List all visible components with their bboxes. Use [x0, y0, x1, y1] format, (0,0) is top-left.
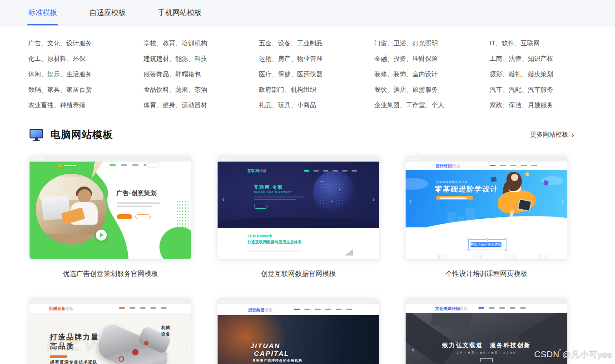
mini-logo-text	[64, 165, 76, 166]
template-cards-row-2: 机械设备模板 DEVICE 打造品牌力量 高品质 拥有资深专	[30, 298, 615, 364]
category-link[interactable]: 家政、保洁、月嫂服务	[490, 100, 605, 110]
browser-chrome-bar	[218, 156, 379, 162]
preview-header: 设计培训模板	[406, 161, 567, 170]
template-item-ad-agency: 广告·创意策划 优选广告创意策划服务官网模板	[30, 156, 191, 278]
particle-globe	[313, 171, 356, 213]
footer-title: TEM Network	[248, 234, 379, 238]
preview-header: 机械设备模板	[30, 303, 191, 313]
category-link[interactable]: 体育、健身、运动器材	[144, 100, 259, 110]
template-item-design-training: 设计培训模板 众多课程助你迎风飞翔 零基础进阶学设计	[406, 156, 567, 278]
mini-nav	[304, 170, 357, 172]
carousel-next-icon: ›	[372, 196, 375, 202]
footer-subtitle: 打造互联网数据与应用生态体系	[248, 240, 379, 245]
carousel-dots	[249, 225, 302, 226]
template-card-ad-agency[interactable]: 广告·创意策划	[30, 156, 191, 259]
carousel-prev-icon: ‹	[409, 198, 412, 204]
page: 标准模板 自适应模板 手机网站模板 广告、文化、设计服务 化工、原材料、环保 休…	[0, 0, 615, 364]
category-link[interactable]: 学校、教育、培训机构	[144, 39, 259, 48]
preview-text-line	[254, 199, 296, 200]
category-link[interactable]: 建筑建材、能源、科技	[144, 54, 259, 64]
category-link[interactable]: 五金、设备、工业制品	[259, 39, 374, 48]
preview-subheading: BLOCK CHAIN EXPERT	[254, 191, 292, 193]
section-title: 电脑网站模板	[50, 128, 113, 142]
preview-text-line	[117, 206, 152, 207]
mini-secondary-button	[135, 214, 151, 219]
template-caption[interactable]: 个性设计培训课程网页模板	[406, 270, 567, 278]
category-link[interactable]: 企业集团、工作室、个人	[374, 100, 490, 110]
mini-logo-text: 机械设备模板	[49, 306, 74, 312]
pc-templates-section-header: 电脑网站模板 更多网站模板 ›	[30, 128, 574, 142]
category-column: 门窗、卫浴、灯光照明 金融、投资、理财保险 装修、装饰、室内设计 餐饮、酒店、旅…	[374, 39, 490, 110]
mini-primary-button	[117, 214, 132, 219]
preview-heading-line2: CAPITAL	[254, 349, 289, 357]
template-card-machinery[interactable]: 机械设备模板 DEVICE 打造品牌力量 高品质 拥有资深专	[30, 298, 191, 364]
dot-pattern	[176, 200, 189, 228]
template-preview-city-hero: JITUAN CAPITAL 具有资产管理理念的金融机构	[218, 315, 379, 364]
mini-logo-text: 设计培训模板	[436, 163, 460, 169]
category-link[interactable]: 服装饰品、鞋帽箱包	[144, 69, 259, 79]
mini-outline-button	[480, 358, 493, 362]
preview-subheading: 拥有资深专业技术团队	[50, 359, 98, 364]
mini-logo-icon	[58, 163, 62, 167]
mini-nav	[119, 307, 167, 309]
category-column: IT、软件、互联网 工商、法律、知识产权 摄影、婚礼、婚庆策划 汽车、汽配、汽车…	[490, 39, 605, 110]
carousel-next-icon: ›	[561, 198, 564, 204]
mini-logo-text: 文化传媒刊物模板	[435, 306, 468, 312]
category-link[interactable]: 化工、原材料、环保	[28, 54, 144, 64]
template-card-investment[interactable]: 投资集团模板	[218, 298, 379, 364]
preview-header: 投资集团模板	[218, 303, 379, 315]
category-link[interactable]: 装修、装饰、室内设计	[374, 69, 490, 79]
browser-chrome-bar	[30, 298, 191, 304]
category-link[interactable]: 汽车、汽配、汽车服务	[490, 85, 605, 94]
mini-nav	[478, 307, 526, 309]
tab-mobile-templates[interactable]: 手机网站模板	[158, 0, 202, 25]
template-preview-internet-hero: 互联网模板 互联网 专家 BLOCK CHAIN EXPERT ‹ ›	[218, 162, 379, 228]
browser-chrome-bar	[30, 156, 191, 162]
category-link[interactable]: 农业畜牲、种植养殖	[28, 100, 144, 110]
preview-heading: 零基础进阶学设计	[434, 185, 499, 194]
tab-adaptive-templates[interactable]: 自适应模板	[89, 0, 126, 25]
more-templates-link[interactable]: 更多网站模板 ›	[530, 131, 574, 139]
category-link[interactable]: 餐饮、酒店、旅游服务	[374, 85, 490, 94]
template-card-internet[interactable]: 互联网模板 互联网 专家 BLOCK CHAIN EXPERT ‹ ›	[218, 156, 379, 259]
category-column: 五金、设备、工业制品 运输、房产、物业管理 医疗、保健、医药仪器 政府部门、机构…	[259, 39, 374, 110]
mini-nav	[109, 164, 150, 166]
category-link[interactable]: 休闲、娱乐、生活服务	[28, 69, 144, 79]
category-column: 广告、文化、设计服务 化工、原材料、环保 休闲、娱乐、生活服务 数码、家具、家居…	[28, 39, 144, 110]
category-link[interactable]: IT、软件、互联网	[490, 39, 605, 48]
mini-nav	[490, 165, 537, 166]
category-link[interactable]: 金融、投资、理财保险	[374, 54, 490, 64]
category-link[interactable]: 广告、文化、设计服务	[28, 39, 144, 48]
preview-footer-section: TEM Network 打造互联网数据与应用生态体系	[218, 228, 379, 259]
accent-tag	[50, 355, 67, 358]
template-caption[interactable]: 创意互联网数据官网模板	[218, 270, 379, 278]
mini-logo-text: 投资集团模板	[248, 307, 273, 313]
mini-cta-button: 初级小白的职业进阶	[471, 242, 501, 247]
category-link[interactable]: 数码、家具、家居百货	[28, 85, 144, 94]
category-link[interactable]: 运输、房产、物业管理	[259, 54, 374, 64]
more-templates-label: 更多网站模板	[530, 131, 568, 139]
side-labels: 机械 设备	[161, 325, 170, 337]
mini-nav	[294, 309, 352, 310]
category-link[interactable]: 工商、法律、知识产权	[490, 54, 605, 64]
category-link[interactable]: 摄影、婚礼、婚庆策划	[490, 69, 605, 79]
csdn-watermark: CSDN @凡小可yee	[534, 349, 612, 360]
category-link[interactable]: 医疗、保健、医药仪器	[259, 69, 374, 79]
template-card-design-training[interactable]: 设计培训模板 众多课程助你迎风飞翔 零基础进阶学设计	[406, 156, 567, 259]
preview-buttons	[117, 214, 151, 219]
tab-standard-templates[interactable]: 标准模板	[28, 0, 57, 25]
category-link[interactable]: 政府部门、机构组织	[259, 85, 374, 94]
template-preview-design-hero: 众多课程助你迎风飞翔 零基础进阶学设计 ‹ ›	[406, 170, 567, 227]
lightbulb-icon	[526, 172, 529, 176]
template-item-internet: 互联网模板 互联网 专家 BLOCK CHAIN EXPERT ‹ ›	[218, 156, 379, 278]
template-preview-machinery-hero: DEVICE 打造品牌力量 高品质 拥有资深专业技术团队 机械 设备 ‹ ›	[30, 313, 191, 364]
preview-body-section: 初级小白的职业进阶	[406, 227, 567, 259]
mini-outline-button	[254, 205, 268, 209]
preview-tagline: 众多课程助你迎风飞翔	[436, 180, 468, 184]
template-caption[interactable]: 优选广告创意策划服务官网模板	[30, 270, 191, 278]
preview-heading-line2: 高品质	[50, 342, 74, 351]
category-link[interactable]: 门窗、卫浴、灯光照明	[374, 39, 490, 48]
category-link[interactable]: 食品饮料、蔬果、茶酒	[144, 85, 259, 94]
category-link[interactable]: 礼品、玩具、小商品	[259, 100, 374, 110]
mini-primary-button	[436, 196, 473, 200]
